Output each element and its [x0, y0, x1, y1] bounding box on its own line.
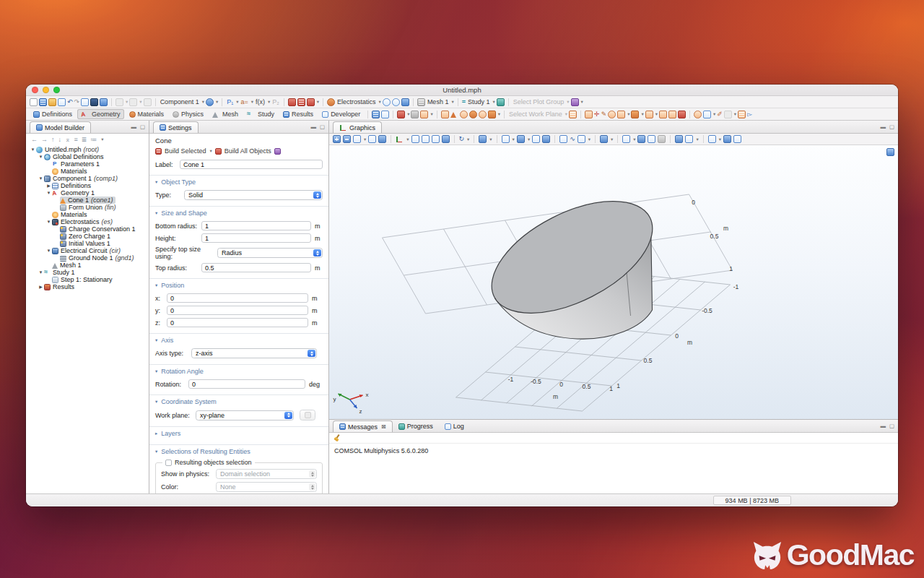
tab-materials[interactable]: Materials: [126, 109, 168, 119]
tree-item-results[interactable]: ▶Results: [26, 283, 149, 290]
add-component-icon[interactable]: [206, 98, 214, 106]
export-icon[interactable]: [381, 111, 389, 118]
lighting-dropdown-icon[interactable]: [600, 135, 608, 143]
show-work-plane-button[interactable]: [300, 410, 315, 420]
maximize-panel-icon[interactable]: ▢: [889, 124, 894, 130]
booleans-icon[interactable]: [617, 111, 625, 118]
tree-item-electrical-circuit[interactable]: ▼Electrical Circuit(cir): [26, 247, 149, 254]
tree-item-electrostatics[interactable]: ▼Electrostatics(es): [26, 218, 149, 225]
tree-item-study[interactable]: ▼Study 1: [26, 269, 149, 276]
move-icon[interactable]: ✛: [594, 111, 600, 118]
go-to-default-view-icon[interactable]: [368, 135, 376, 143]
virtual-operations-icon[interactable]: [703, 111, 711, 118]
add-material-icon[interactable]: [288, 98, 296, 106]
measure-icon[interactable]: [694, 111, 702, 118]
view-dropdown-icon[interactable]: [578, 135, 585, 143]
filter-icon[interactable]: [675, 135, 683, 143]
work-plane-icon[interactable]: [569, 111, 577, 118]
clip-plane-icon[interactable]: [685, 135, 693, 143]
work-plane-dropdown[interactable]: Select Work Plane: [509, 111, 562, 118]
add-plot-group-icon[interactable]: [571, 98, 579, 106]
select-box-icon[interactable]: [532, 135, 540, 143]
draw-icon[interactable]: ✎: [601, 111, 607, 118]
redo-icon[interactable]: ↷: [74, 98, 80, 106]
block-icon[interactable]: [441, 111, 449, 118]
component-dropdown[interactable]: Component 1: [160, 98, 199, 105]
tree-item-ground-node[interactable]: Ground Node 1(gnd1): [26, 254, 149, 262]
minimize-panel-icon[interactable]: ▬: [880, 124, 886, 130]
cross-section-icon[interactable]: [668, 111, 676, 118]
zoom-extents-icon[interactable]: [378, 135, 386, 143]
transparency-icon[interactable]: [559, 135, 567, 143]
build-mesh-icon[interactable]: [417, 98, 425, 106]
go-to-xy-view-icon[interactable]: [411, 135, 419, 143]
model-tree-options-icon[interactable]: ≔: [90, 136, 97, 143]
show-icon[interactable]: ≣: [82, 136, 87, 143]
go-to-yz-view-icon[interactable]: [422, 135, 430, 143]
conversions-icon[interactable]: [659, 111, 667, 118]
graphics-viewport[interactable]: 0 0.5 1 m -1 -0.5 0 0.5 1 m -1: [329, 145, 898, 419]
expander-icon[interactable]: ▼: [45, 247, 52, 254]
clear-messages-icon[interactable]: [334, 434, 341, 441]
mesh-dropdown[interactable]: Mesh 1: [427, 98, 449, 105]
tree-item-root[interactable]: ▼Untitled.mph(root): [26, 146, 149, 153]
section-size-shape[interactable]: ▾Size and Shape: [149, 206, 328, 218]
messages-tab[interactable]: Messages ⊠: [333, 420, 393, 432]
sphere-icon[interactable]: [469, 111, 477, 118]
expand-all-icon[interactable]: ≡: [74, 136, 78, 143]
material-render-icon[interactable]: [658, 135, 666, 143]
tree-item-global-definitions[interactable]: ▼Global Definitions: [26, 153, 149, 160]
plot-settings-icon[interactable]: [648, 135, 655, 143]
tab-mesh[interactable]: Mesh: [209, 109, 242, 119]
reset-view-icon[interactable]: [708, 135, 716, 143]
zoom-out-icon[interactable]: [343, 135, 351, 143]
model-builder-tab[interactable]: Model Builder: [30, 121, 91, 133]
open-icon[interactable]: [39, 98, 47, 106]
help-icon[interactable]: [100, 98, 108, 106]
tree-item-definitions[interactable]: ▶Definitions: [26, 182, 149, 189]
tree-item-geometry[interactable]: ▼Geometry 1: [26, 189, 149, 197]
select-lasso-icon[interactable]: [542, 135, 550, 143]
mesh-control-icon[interactable]: [738, 111, 746, 118]
position-y-input[interactable]: [167, 306, 308, 315]
section-layers[interactable]: ▸Layers: [149, 426, 328, 439]
axis-type-dropdown[interactable]: z-axis: [191, 348, 317, 358]
minimize-panel-icon[interactable]: ▬: [310, 124, 316, 130]
wireframe-icon[interactable]: ∿: [570, 135, 575, 143]
label-input[interactable]: [180, 160, 323, 169]
axis-orientation-icon[interactable]: [396, 135, 404, 143]
position-z-input[interactable]: [167, 318, 308, 327]
rotate-icon[interactable]: ↻: [459, 135, 465, 143]
geometry-settings-icon[interactable]: [274, 148, 281, 155]
build-all-objects-button[interactable]: Build All Objects: [225, 147, 271, 155]
go-to-zx-view-icon[interactable]: [432, 135, 440, 143]
tab-developer[interactable]: Developer: [318, 109, 364, 119]
undo-icon[interactable]: ↶: [67, 98, 73, 106]
expander-icon[interactable]: ▼: [38, 175, 44, 182]
section-rotation-angle[interactable]: ▾Rotation Angle: [149, 364, 328, 376]
environment-dropdown-icon[interactable]: [517, 135, 525, 143]
tree-item-parameters[interactable]: Parameters 1: [26, 160, 149, 168]
browse-materials-icon[interactable]: [297, 98, 305, 106]
top-radius-input[interactable]: [201, 263, 311, 272]
add-multiphysics-icon[interactable]: [383, 98, 391, 106]
compute-icon[interactable]: =: [462, 98, 466, 106]
zoom-in-icon[interactable]: [333, 135, 341, 143]
save-icon[interactable]: [58, 98, 66, 106]
boundary-settings-icon[interactable]: [401, 98, 409, 106]
cone-primitive-icon[interactable]: [450, 112, 456, 118]
show-selection-icon[interactable]: [129, 98, 137, 106]
physics-dropdown[interactable]: Electrostatics: [337, 98, 376, 105]
delete-icon[interactable]: [678, 111, 686, 118]
extrude-icon[interactable]: [585, 111, 593, 118]
tab-study[interactable]: Study: [243, 109, 278, 119]
fillet-icon[interactable]: [608, 111, 616, 118]
torus-icon[interactable]: [479, 111, 487, 118]
functions-dropdown[interactable]: f(x): [256, 98, 265, 105]
zoom-box-icon[interactable]: [353, 135, 361, 143]
tab-definitions[interactable]: Definitions: [30, 109, 76, 119]
tree-item-initial-values[interactable]: Initial Values 1: [26, 240, 149, 247]
graphics-tab[interactable]: Graphics: [333, 121, 382, 133]
section-position[interactable]: ▾Position: [149, 278, 328, 290]
study-dropdown[interactable]: Study 1: [468, 98, 490, 105]
